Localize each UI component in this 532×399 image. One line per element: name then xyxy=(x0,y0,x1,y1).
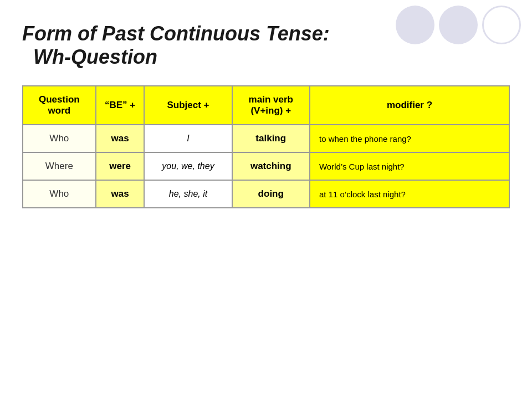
row1-question-word: Who xyxy=(23,125,96,152)
circle-3 xyxy=(482,6,521,44)
table-row: Who was he, she, it doing at 11 o’clock … xyxy=(23,180,509,208)
row3-be: was xyxy=(96,180,145,208)
circle-1 xyxy=(396,6,434,44)
table-header-row: Question word “BE” + Subject + main verb… xyxy=(23,86,509,125)
row2-modifier: World’s Cup last night? xyxy=(310,152,509,180)
title-line2: Wh-Question xyxy=(33,45,510,69)
row1-main-verb: talking xyxy=(232,125,310,152)
circle-2 xyxy=(439,6,478,44)
table-row: Who was I talking to when the phone rang… xyxy=(23,125,509,152)
row1-subject: I xyxy=(144,125,232,152)
header-main-verb: main verb (V+ing) + xyxy=(232,86,310,125)
row3-question-word: Who xyxy=(23,180,96,208)
row1-modifier: to when the phone rang? xyxy=(310,125,509,152)
header-be: “BE” + xyxy=(96,86,145,125)
row2-main-verb: watching xyxy=(232,152,310,180)
row2-question-word: Where xyxy=(23,152,96,180)
table-row: Where were you, we, they watching World’… xyxy=(23,152,509,180)
row2-be: were xyxy=(96,152,145,180)
header-question-word: Question word xyxy=(23,86,96,125)
header-modifier: modifier ? xyxy=(310,86,509,125)
grammar-table: Question word “BE” + Subject + main verb… xyxy=(22,85,510,208)
page-container: Form of Past Continuous Tense: Wh-Questi… xyxy=(0,0,532,399)
row2-subject: you, we, they xyxy=(144,152,232,180)
decorative-circles xyxy=(396,6,521,44)
row1-be: was xyxy=(96,125,145,152)
table-wrapper: Question word “BE” + Subject + main verb… xyxy=(22,85,510,208)
row3-subject: he, she, it xyxy=(144,180,232,208)
row3-main-verb: doing xyxy=(232,180,310,208)
header-subject: Subject + xyxy=(144,86,232,125)
row3-modifier: at 11 o’clock last night? xyxy=(310,180,509,208)
